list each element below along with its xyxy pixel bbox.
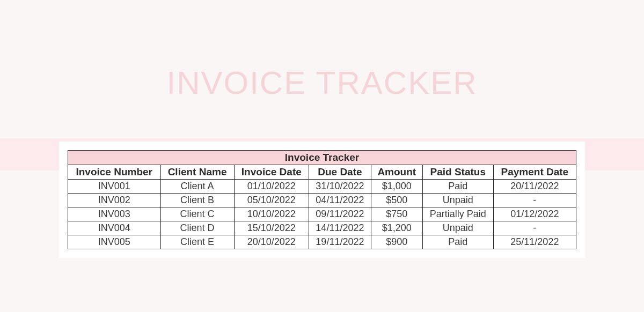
cell-due-date: 19/11/2022: [309, 235, 371, 249]
cell-due-date: 31/10/2022: [309, 180, 371, 194]
table-header-title: Invoice Tracker: [68, 151, 576, 165]
cell-invoice-number: INV004: [68, 221, 161, 235]
cell-invoice-date: 01/10/2022: [234, 180, 309, 194]
cell-paid-status: Partially Paid: [422, 207, 493, 221]
invoice-table-container: Invoice Tracker Invoice Number Client Na…: [59, 142, 585, 258]
cell-client-name: Client B: [160, 194, 234, 207]
cell-invoice-date: 10/10/2022: [234, 207, 309, 221]
col-paid-status: Paid Status: [422, 165, 493, 180]
table-header-row: Invoice Number Client Name Invoice Date …: [68, 165, 576, 180]
col-amount: Amount: [371, 165, 422, 180]
cell-due-date: 14/11/2022: [309, 221, 371, 235]
table-row: INV005 Client E 20/10/2022 19/11/2022 $9…: [68, 235, 576, 249]
cell-payment-date: -: [493, 194, 576, 207]
cell-paid-status: Unpaid: [422, 194, 493, 207]
cell-due-date: 09/11/2022: [309, 207, 371, 221]
cell-amount: $1,200: [371, 221, 422, 235]
col-due-date: Due Date: [309, 165, 371, 180]
col-invoice-date: Invoice Date: [234, 165, 309, 180]
cell-payment-date: 01/12/2022: [493, 207, 576, 221]
table-row: INV002 Client B 05/10/2022 04/11/2022 $5…: [68, 194, 576, 207]
cell-amount: $1,000: [371, 180, 422, 194]
col-client-name: Client Name: [160, 165, 234, 180]
cell-client-name: Client C: [160, 207, 234, 221]
invoice-table: Invoice Tracker Invoice Number Client Na…: [68, 150, 576, 249]
cell-amount: $900: [371, 235, 422, 249]
cell-paid-status: Paid: [422, 180, 493, 194]
table-body: INV001 Client A 01/10/2022 31/10/2022 $1…: [68, 180, 576, 249]
cell-invoice-number: INV003: [68, 207, 161, 221]
table-row: INV004 Client D 15/10/2022 14/11/2022 $1…: [68, 221, 576, 235]
cell-payment-date: 20/11/2022: [493, 180, 576, 194]
cell-payment-date: 25/11/2022: [493, 235, 576, 249]
table-row: INV003 Client C 10/10/2022 09/11/2022 $7…: [68, 207, 576, 221]
cell-paid-status: Unpaid: [422, 221, 493, 235]
cell-due-date: 04/11/2022: [309, 194, 371, 207]
cell-amount: $500: [371, 194, 422, 207]
cell-invoice-date: 20/10/2022: [234, 235, 309, 249]
col-payment-date: Payment Date: [493, 165, 576, 180]
cell-paid-status: Paid: [422, 235, 493, 249]
col-invoice-number: Invoice Number: [68, 165, 161, 180]
cell-invoice-date: 05/10/2022: [234, 194, 309, 207]
cell-client-name: Client D: [160, 221, 234, 235]
cell-payment-date: -: [493, 221, 576, 235]
cell-invoice-date: 15/10/2022: [234, 221, 309, 235]
cell-invoice-number: INV002: [68, 194, 161, 207]
cell-invoice-number: INV001: [68, 180, 161, 194]
table-row: INV001 Client A 01/10/2022 31/10/2022 $1…: [68, 180, 576, 194]
page-title: INVOICE TRACKER: [0, 64, 644, 101]
cell-client-name: Client E: [160, 235, 234, 249]
cell-amount: $750: [371, 207, 422, 221]
cell-invoice-number: INV005: [68, 235, 161, 249]
cell-client-name: Client A: [160, 180, 234, 194]
